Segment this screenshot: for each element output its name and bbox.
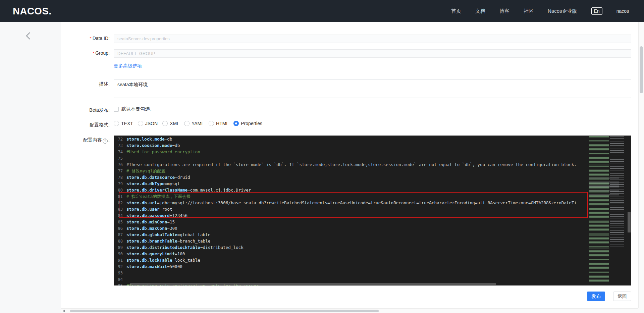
format-radio-text[interactable]: TEXT <box>114 121 133 126</box>
radio-icon <box>114 121 119 126</box>
line-number: 86 <box>114 225 126 232</box>
radio-icon <box>233 121 239 126</box>
code-line: 77# 修改mysql的配置 <box>114 168 587 174</box>
code-line: 91store.db.lockTable=lock_table <box>114 257 587 263</box>
format-radio-properties[interactable]: Properties <box>233 121 262 126</box>
form-actions: 发布 返回 <box>114 292 631 301</box>
scroll-left-arrow-icon[interactable] <box>63 310 65 312</box>
code-line: 79store.db.dbType=mysql <box>114 180 587 187</box>
beta-checkbox[interactable] <box>114 107 119 112</box>
beta-field: 默认不要勾选。 <box>114 106 154 112</box>
minimap-texture <box>589 136 609 284</box>
line-number: 89 <box>114 245 126 251</box>
format-radio-json[interactable]: JSON <box>138 121 158 126</box>
line-number: 83 <box>114 206 126 213</box>
line-number: 73 <box>114 143 126 149</box>
line-number: 72 <box>114 136 126 143</box>
group-input[interactable] <box>114 49 631 58</box>
nav-item[interactable]: Nacos企业版 <box>548 8 577 14</box>
line-number: 74 <box>114 149 126 155</box>
line-number: 80 <box>114 187 126 194</box>
data-id-label: *Data ID: <box>61 36 110 41</box>
editor-minimap[interactable] <box>587 136 627 285</box>
top-navbar: NACOS. 首页文档博客社区Nacos企业版 En nacos <box>0 0 644 22</box>
code-line: 75 <box>114 155 587 161</box>
radio-icon <box>138 121 143 126</box>
code-line: 90store.db.queryLimit=100 <box>114 251 587 257</box>
nav-item[interactable]: 文档 <box>475 8 485 14</box>
code-line: 81# 指定seata的数据库，下面会提 <box>114 193 587 200</box>
back-chevron-icon <box>24 36 33 42</box>
code-line: 73store.session.mode=db <box>114 142 587 149</box>
line-number: 77 <box>114 168 126 174</box>
config-edit-panel: *Data ID: *Group: 更多高级选项 描述: seata本地环境 B… <box>61 22 638 308</box>
radio-icon <box>184 121 190 126</box>
code-line: 92store.db.maxWait=50000 <box>114 263 587 270</box>
editor-vertical-scrollbar-thumb[interactable] <box>628 212 631 232</box>
code-line: 86store.db.maxConn=300 <box>114 225 587 231</box>
radio-icon <box>162 121 168 126</box>
code-line: 82store.db.url=jdbc:mysql://localhost:33… <box>114 200 587 206</box>
scrollbar-corner <box>638 308 644 313</box>
content-label: 配置内容?: <box>61 137 110 144</box>
code-line: 89store.db.distributedLockTable=distribu… <box>114 244 587 251</box>
help-icon[interactable]: ? <box>103 139 108 144</box>
back-button[interactable]: 返回 <box>613 292 631 301</box>
line-number: 95 <box>114 283 126 285</box>
line-number: 75 <box>114 155 126 162</box>
format-label: 配置格式: <box>61 122 110 128</box>
radio-label: YAML <box>192 121 204 126</box>
advanced-options-link[interactable]: 更多高级选项 <box>114 63 142 69</box>
code-line: 88store.db.branchTable=branch_table <box>114 238 587 244</box>
line-number: 90 <box>114 251 126 257</box>
collapse-sidebar-button[interactable] <box>24 31 33 41</box>
format-radio-html[interactable]: HTML <box>209 121 229 126</box>
line-number: 78 <box>114 174 126 181</box>
code-line: 83store.db.user=root <box>114 206 587 212</box>
line-number: 91 <box>114 257 126 264</box>
radio-label: HTML <box>216 121 229 126</box>
page-vertical-scrollbar <box>638 22 644 308</box>
nav-item[interactable]: 社区 <box>524 8 534 14</box>
description-label: 描述: <box>61 81 110 87</box>
username[interactable]: nacos <box>616 8 629 14</box>
page-vertical-scrollbar-thumb[interactable] <box>640 46 643 93</box>
format-options: TEXTJSONXMLYAMLHTMLProperties <box>114 121 267 126</box>
nacos-logo[interactable]: NACOS. <box>13 6 52 17</box>
line-number: 88 <box>114 238 126 245</box>
line-number: 76 <box>114 162 126 168</box>
page-horizontal-scrollbar-thumb[interactable] <box>70 310 379 312</box>
radio-icon <box>209 121 214 126</box>
format-radio-yaml[interactable]: YAML <box>184 121 204 126</box>
line-number: 94 <box>114 276 126 283</box>
nav-item[interactable]: 首页 <box>451 8 461 14</box>
page-horizontal-scrollbar <box>61 308 638 313</box>
line-number: 82 <box>114 200 126 206</box>
publish-button[interactable]: 发布 <box>587 292 605 301</box>
data-id-input[interactable] <box>114 35 631 43</box>
line-number: 79 <box>114 181 126 187</box>
code-line: 76#These configurations are required if … <box>114 161 587 168</box>
beta-hint: 默认不要勾选。 <box>121 106 154 112</box>
config-content-editor[interactable]: 72store.lock.mode=db73store.session.mode… <box>114 136 631 285</box>
line-number: 84 <box>114 213 126 219</box>
code-line: 72store.lock.mode=db <box>114 136 587 142</box>
required-marker: * <box>93 51 94 56</box>
code-line: 85store.db.minConn=15 <box>114 219 587 225</box>
code-line: 93 <box>114 270 587 276</box>
radio-label: Properties <box>241 121 262 126</box>
format-radio-xml[interactable]: XML <box>162 121 179 126</box>
required-marker: * <box>90 36 92 41</box>
header-nav-group: 首页文档博客社区Nacos企业版 En nacos <box>451 7 629 15</box>
language-toggle[interactable]: En <box>591 7 602 15</box>
radio-label: TEXT <box>121 121 133 126</box>
description-textarea[interactable]: seata本地环境 <box>114 80 631 98</box>
code-line: 80store.db.driverClassName=com.mysql.cj.… <box>114 187 587 193</box>
line-number: 81 <box>114 194 126 200</box>
left-sidebar <box>0 22 61 313</box>
code-line: 84store.db.password=123456 <box>114 212 587 219</box>
nav-item[interactable]: 博客 <box>499 8 509 14</box>
beta-label: Beta发布: <box>61 107 110 113</box>
editor-horizontal-scrollbar-thumb[interactable] <box>130 283 496 285</box>
radio-label: JSON <box>145 121 158 126</box>
